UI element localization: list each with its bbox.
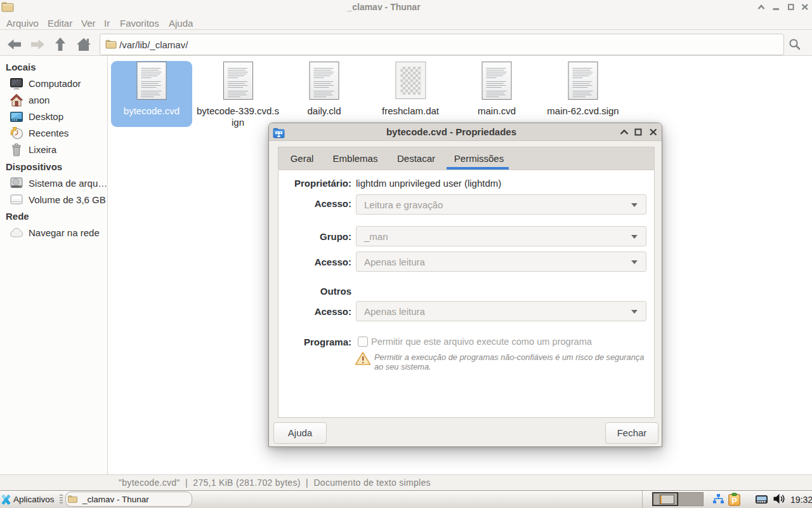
svg-text:P: P	[731, 496, 737, 505]
